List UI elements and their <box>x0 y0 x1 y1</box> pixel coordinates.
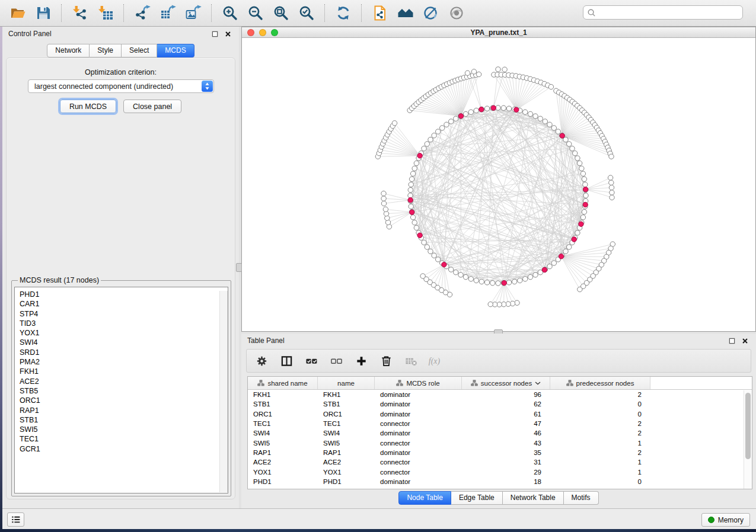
result-list-item[interactable]: STP4 <box>20 309 228 319</box>
result-list-item[interactable]: TID3 <box>20 319 228 328</box>
network-from-selection-button[interactable] <box>367 1 393 25</box>
table-cell[interactable]: 96 <box>462 391 550 398</box>
table-cell[interactable]: PHD1 <box>248 478 318 485</box>
tab-network[interactable]: Network <box>47 44 90 57</box>
window-minimize-button[interactable] <box>259 29 266 36</box>
table-cell[interactable]: dominator <box>375 449 462 456</box>
result-list-item[interactable]: SWI5 <box>20 425 228 434</box>
table-cell[interactable]: ORC1 <box>248 411 318 418</box>
result-list-item[interactable]: STB1 <box>20 415 228 425</box>
result-list-item[interactable]: PHD1 <box>20 290 228 299</box>
table-cell[interactable]: SWI5 <box>318 440 375 447</box>
result-list-item[interactable]: STB5 <box>20 386 228 396</box>
close-panel-button[interactable] <box>222 29 233 39</box>
table-cell[interactable]: 31 <box>462 459 550 466</box>
result-list-item[interactable]: ACE2 <box>20 377 228 386</box>
table-cell[interactable]: 35 <box>462 449 550 456</box>
table-cell[interactable]: ACE2 <box>318 459 375 466</box>
table-cell[interactable]: YOX1 <box>318 469 375 476</box>
table-cell[interactable]: STB1 <box>248 400 318 408</box>
close-mcds-panel-button[interactable]: Close panel <box>123 100 181 113</box>
create-column-button[interactable] <box>353 352 369 369</box>
tab-mcds[interactable]: MCDS <box>157 44 194 57</box>
table-row[interactable]: TEC1TEC1connector472 <box>248 419 752 428</box>
table-row[interactable]: SWI4SWI4dominator462 <box>248 428 752 438</box>
result-list-item[interactable]: SWI4 <box>20 338 228 347</box>
table-cell[interactable]: FKH1 <box>248 391 318 398</box>
table-cell[interactable]: 2 <box>550 449 650 456</box>
tab-node-table[interactable]: Node Table <box>398 491 451 505</box>
table-cell[interactable]: 0 <box>550 400 650 408</box>
table-cell[interactable]: connector <box>375 420 462 427</box>
result-list-item[interactable]: RAP1 <box>20 406 228 415</box>
table-cell[interactable]: 2 <box>550 391 650 398</box>
table-cell[interactable]: ACE2 <box>248 459 318 466</box>
memory-button[interactable]: Memory <box>701 513 750 527</box>
zoom-fit-button[interactable] <box>268 1 294 25</box>
table-cell[interactable]: connector <box>375 469 462 476</box>
table-scrollbar[interactable] <box>744 390 752 489</box>
table-cell[interactable]: RAP1 <box>248 449 318 456</box>
hide-selected-button[interactable] <box>418 1 444 25</box>
open-file-button[interactable] <box>5 1 30 25</box>
table-cell[interactable]: 18 <box>462 478 550 485</box>
export-table-button[interactable] <box>155 1 180 25</box>
table-cell[interactable]: PHD1 <box>318 478 375 485</box>
result-list-item[interactable]: CAR1 <box>20 299 228 309</box>
toggle-panel-button[interactable] <box>279 352 294 369</box>
table-cell[interactable]: 0 <box>550 478 650 485</box>
table-cell[interactable]: TEC1 <box>248 420 318 427</box>
tab-select[interactable]: Select <box>122 44 157 57</box>
column-header-name[interactable]: name <box>318 377 375 389</box>
table-cell[interactable]: 46 <box>462 430 550 437</box>
window-zoom-button[interactable] <box>271 29 278 36</box>
network-window-titlebar[interactable]: YPA_prune.txt_1 <box>242 27 755 38</box>
table-cell[interactable]: FKH1 <box>318 391 375 398</box>
zoom-out-button[interactable] <box>243 1 268 25</box>
export-network-button[interactable] <box>129 1 155 25</box>
table-cell[interactable]: 47 <box>462 420 550 427</box>
run-mcds-button[interactable]: Run MCDS <box>60 100 116 113</box>
criterion-select[interactable]: largest connected component (undirected) <box>28 79 214 93</box>
show-hidden-button[interactable] <box>444 1 469 25</box>
table-cell[interactable]: SWI4 <box>248 430 318 437</box>
table-cell[interactable]: dominator <box>375 391 462 398</box>
table-cell[interactable]: STB1 <box>318 400 375 408</box>
network-graph-canvas[interactable] <box>242 38 755 331</box>
table-row[interactable]: STB1STB1dominator620 <box>248 399 752 409</box>
result-list-item[interactable]: YOX1 <box>20 328 228 338</box>
table-cell[interactable]: TEC1 <box>318 420 375 427</box>
mcds-result-scrollbar[interactable] <box>219 291 228 492</box>
search-field[interactable] <box>583 5 743 20</box>
result-list-item[interactable]: FKH1 <box>20 367 228 376</box>
table-row[interactable]: YOX1YOX1connector291 <box>248 467 752 476</box>
table-cell[interactable]: 2 <box>550 430 650 437</box>
table-cell[interactable]: ORC1 <box>318 411 375 418</box>
column-header-successor-nodes[interactable]: successor nodes <box>462 377 550 389</box>
table-cell[interactable]: 61 <box>462 411 550 418</box>
vertical-splitter-handle[interactable] <box>236 263 242 272</box>
table-scrollbar-thumb[interactable] <box>745 393 751 459</box>
table-cell[interactable]: SWI4 <box>318 430 375 437</box>
result-list-item[interactable]: ORC1 <box>20 396 228 405</box>
tab-network-table[interactable]: Network Table <box>503 491 564 505</box>
table-cell[interactable]: RAP1 <box>318 449 375 456</box>
result-list-item[interactable]: SRD1 <box>20 348 228 357</box>
table-settings-button[interactable] <box>254 352 269 369</box>
table-cell[interactable]: 1 <box>550 459 650 466</box>
table-cell[interactable]: dominator <box>375 430 462 437</box>
delete-column-button[interactable] <box>378 352 394 369</box>
deselect-all-columns-button[interactable] <box>328 352 344 369</box>
table-cell[interactable]: dominator <box>375 411 462 418</box>
table-row[interactable]: ACE2ACE2connector311 <box>248 457 752 467</box>
table-cell[interactable]: 0 <box>550 411 650 418</box>
table-row[interactable]: FKH1FKH1dominator962 <box>248 390 752 399</box>
table-cell[interactable]: YOX1 <box>248 469 318 476</box>
float-panel-button[interactable] <box>209 29 220 39</box>
export-image-button[interactable] <box>180 1 206 25</box>
table-row[interactable]: RAP1RAP1dominator352 <box>248 448 752 457</box>
result-list-item[interactable]: TEC1 <box>20 434 228 444</box>
table-cell[interactable]: dominator <box>375 400 462 408</box>
table-cell[interactable]: 62 <box>462 400 550 408</box>
float-table-panel-button[interactable] <box>726 336 737 345</box>
